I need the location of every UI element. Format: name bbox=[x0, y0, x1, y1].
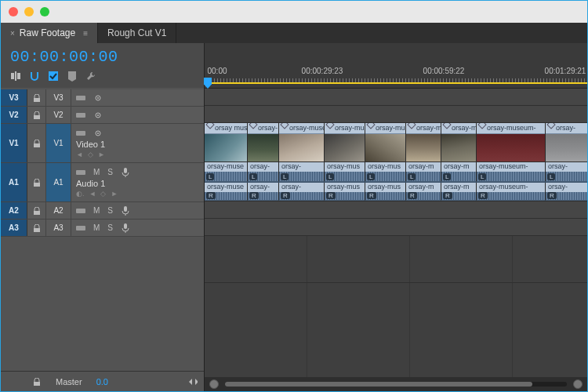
audio-clip[interactable]: orsay-museum-R bbox=[477, 183, 546, 201]
voiceover-mic-icon[interactable] bbox=[121, 206, 130, 216]
track-header-v2[interactable]: V2 V2 bbox=[1, 107, 204, 124]
solo-toggle[interactable]: S bbox=[107, 168, 113, 176]
sync-lock-icon[interactable] bbox=[76, 111, 85, 120]
track-header-a2[interactable]: A2 A2 M S bbox=[1, 202, 204, 220]
keyframe-nav[interactable]: ◐.◄◇► bbox=[76, 190, 199, 198]
video-clip[interactable]: orsay-m bbox=[441, 123, 477, 162]
video-clip[interactable]: orsay-mus bbox=[325, 123, 365, 162]
source-patch-a2[interactable]: A2 bbox=[1, 202, 27, 219]
track-lane-v2[interactable] bbox=[205, 106, 587, 123]
video-clip[interactable]: orsay-muse bbox=[279, 123, 325, 162]
audio-clip[interactable]: orsay-mR bbox=[406, 183, 441, 201]
track-lane-empty[interactable] bbox=[205, 236, 587, 283]
sync-lock-icon[interactable] bbox=[76, 168, 85, 177]
settings-wrench-icon[interactable] bbox=[85, 71, 96, 82]
playhead-timecode[interactable]: 00:00:00:00 bbox=[1, 43, 204, 67]
track-header-a3[interactable]: A3 A3 M S bbox=[1, 220, 204, 237]
linked-selection-icon[interactable] bbox=[48, 71, 59, 82]
minimize-window-button[interactable] bbox=[24, 7, 34, 16]
zoom-handle-left[interactable] bbox=[209, 379, 219, 389]
toggle-track-output-icon[interactable] bbox=[93, 111, 103, 120]
source-patch-a1[interactable]: A1 bbox=[1, 163, 27, 201]
track-lane-v3[interactable] bbox=[205, 89, 587, 106]
tab-rough-cut[interactable]: Rough Cut V1 bbox=[98, 23, 176, 43]
lock-toggle[interactable] bbox=[27, 89, 46, 106]
panel-menu-icon[interactable]: ≡ bbox=[83, 29, 88, 38]
track-header-a1[interactable]: A1 A1 M S Audio 1 ◐.◄◇► bbox=[1, 163, 204, 202]
audio-clip[interactable]: orsay-musL bbox=[325, 162, 365, 182]
toggle-track-output-icon[interactable] bbox=[93, 129, 103, 138]
track-target-v2[interactable]: V2 bbox=[46, 107, 71, 123]
master-value[interactable]: 0.0 bbox=[96, 377, 108, 387]
lock-toggle[interactable] bbox=[27, 107, 46, 123]
audio-clip[interactable]: orsay-museum-L bbox=[477, 162, 546, 182]
time-ruler[interactable]: 00:00 00:00:29:23 00:00:59:22 00:01:29:2… bbox=[205, 43, 587, 89]
keyframe-nav[interactable]: ◄◇► bbox=[76, 151, 199, 158]
playhead-icon[interactable] bbox=[204, 78, 212, 89]
solo-toggle[interactable]: S bbox=[107, 206, 113, 215]
audio-clip[interactable]: orsay-musL bbox=[365, 162, 406, 182]
track-header-v1[interactable]: V1 V1 Video 1 ◄◇► bbox=[1, 124, 204, 163]
lock-toggle[interactable] bbox=[27, 163, 46, 201]
audio-clip[interactable]: orsay-museL bbox=[205, 162, 248, 182]
voiceover-mic-icon[interactable] bbox=[121, 223, 130, 233]
sync-lock-icon[interactable] bbox=[76, 223, 85, 233]
track-lane-v1[interactable]: orsay museorsay-orsay-museorsay-musorsay… bbox=[205, 123, 587, 162]
audio-clip[interactable]: orsay-R bbox=[248, 183, 279, 201]
scrollbar-track[interactable] bbox=[225, 382, 567, 387]
audio-clip[interactable]: orsay-L bbox=[546, 162, 587, 182]
audio-clip[interactable]: orsay-mL bbox=[441, 162, 477, 182]
close-tab-icon[interactable]: × bbox=[10, 29, 15, 38]
marker-icon[interactable] bbox=[67, 71, 78, 82]
zoom-window-button[interactable] bbox=[40, 7, 49, 16]
video-clip[interactable]: orsay-mus bbox=[365, 123, 406, 162]
track-lane-a3[interactable] bbox=[205, 219, 587, 236]
audio-clip[interactable]: orsay-R bbox=[279, 183, 325, 201]
lock-toggle[interactable] bbox=[27, 220, 46, 236]
zoom-handle-right[interactable] bbox=[573, 379, 583, 389]
track-target-a1[interactable]: A1 bbox=[46, 163, 71, 201]
track-header-v3[interactable]: V3 V3 bbox=[1, 89, 204, 107]
mute-toggle[interactable]: M bbox=[93, 223, 100, 232]
audio-clip[interactable]: orsay-musR bbox=[325, 183, 365, 201]
toggle-track-output-icon[interactable] bbox=[93, 93, 103, 103]
video-clip[interactable]: orsay- bbox=[546, 123, 587, 162]
solo-toggle[interactable]: S bbox=[107, 223, 113, 232]
track-target-v3[interactable]: V3 bbox=[46, 89, 71, 106]
lock-toggle[interactable] bbox=[27, 202, 46, 219]
video-clip[interactable]: orsay muse bbox=[205, 123, 248, 162]
tab-raw-footage[interactable]: × Raw Footage ≡ bbox=[1, 23, 98, 43]
source-patch-a3[interactable]: A3 bbox=[1, 220, 27, 236]
mute-toggle[interactable]: M bbox=[93, 168, 100, 176]
audio-clip[interactable]: orsay-L bbox=[279, 162, 325, 182]
lock-toggle[interactable] bbox=[27, 124, 46, 162]
audio-clip[interactable]: orsay-museR bbox=[205, 183, 248, 201]
source-patch-v3[interactable]: V3 bbox=[1, 89, 27, 106]
close-window-button[interactable] bbox=[9, 7, 18, 16]
source-patch-v2[interactable]: V2 bbox=[1, 107, 27, 123]
track-target-v1[interactable]: V1 bbox=[46, 124, 71, 162]
scrollbar-thumb[interactable] bbox=[225, 382, 532, 387]
track-target-a2[interactable]: A2 bbox=[46, 202, 71, 219]
sync-lock-icon[interactable] bbox=[76, 206, 85, 216]
audio-clip[interactable]: orsay-musR bbox=[365, 183, 406, 201]
video-clip[interactable]: orsay- bbox=[248, 123, 279, 162]
mute-toggle[interactable]: M bbox=[93, 206, 100, 215]
audio-clip[interactable]: orsay-R bbox=[546, 183, 587, 201]
audio-clip[interactable]: orsay-L bbox=[248, 162, 279, 182]
track-target-a3[interactable]: A3 bbox=[46, 220, 71, 236]
snap-icon[interactable] bbox=[29, 71, 40, 82]
audio-clip[interactable]: orsay-mR bbox=[441, 183, 477, 201]
video-clip[interactable]: orsay-museum- bbox=[477, 123, 546, 162]
insert-overwrite-icon[interactable] bbox=[10, 71, 21, 82]
source-patch-v1[interactable]: V1 bbox=[1, 124, 27, 162]
pan-balance-icon[interactable] bbox=[188, 377, 198, 387]
voiceover-mic-icon[interactable] bbox=[121, 168, 130, 177]
timeline-area[interactable]: 00:00 00:00:29:23 00:00:59:22 00:01:29:2… bbox=[205, 43, 587, 391]
audio-clip[interactable]: orsay-mL bbox=[406, 162, 441, 182]
track-lane-a2[interactable] bbox=[205, 201, 587, 219]
work-area-bar[interactable] bbox=[205, 82, 587, 84]
track-lane-a1[interactable]: orsay-museLorsay-Lorsay-Lorsay-musLorsay… bbox=[205, 162, 587, 201]
sync-lock-icon[interactable] bbox=[76, 129, 85, 138]
timeline-zoom-scrollbar[interactable] bbox=[205, 377, 587, 391]
